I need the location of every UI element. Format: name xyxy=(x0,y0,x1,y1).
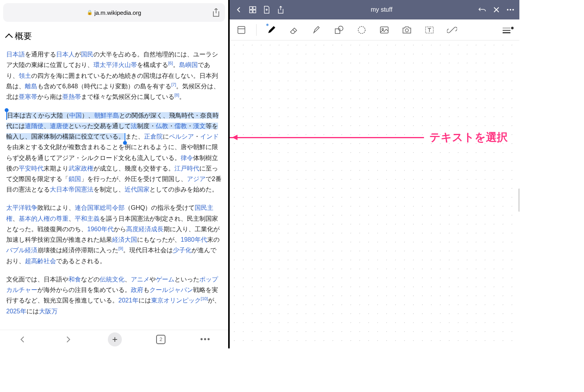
more-button[interactable]: ••• xyxy=(200,334,211,345)
lasso-tool[interactable] xyxy=(354,22,369,38)
paragraph-3[interactable]: 太平洋戦争敗戦により、連合国軍総司令部（GHQ）の指示を受けて国民主権、基本的人… xyxy=(6,202,222,266)
paragraph-2[interactable]: 日本は古くから大陸（中国）、朝鮮半島との関係が深く、飛鳥時代・奈良時代には遣隋使… xyxy=(6,110,222,195)
svg-rect-0 xyxy=(250,7,252,9)
export-icon[interactable] xyxy=(276,5,285,14)
svg-rect-2 xyxy=(250,10,252,13)
scrollbar[interactable] xyxy=(519,188,519,212)
paragraph-4[interactable]: 文化面では、日本語や和食などの伝統文化、アニメやゲームといったポップカルチャーが… xyxy=(6,274,222,316)
back-button[interactable] xyxy=(17,334,28,345)
svg-point-4 xyxy=(507,9,508,11)
selection-handle-start[interactable] xyxy=(6,112,7,120)
notes-toolbar: ✱ xyxy=(230,19,519,40)
notes-pane: my stuff ✱ テキストを選択 xyxy=(230,0,519,348)
image-tool[interactable] xyxy=(376,22,392,38)
svg-rect-7 xyxy=(238,26,245,33)
grid-icon[interactable] xyxy=(248,5,257,14)
link-tool[interactable] xyxy=(444,22,460,38)
stroke-settings[interactable] xyxy=(500,22,515,38)
address-bar[interactable]: 🔒 ja.m.wikipedia.org xyxy=(3,3,225,22)
paragraph-1[interactable]: 日本語を通用する日本人が国民の大半を占める。自然地理的には、ユーラシア大陸の東縁… xyxy=(6,49,222,102)
article-content[interactable]: 概要 日本語を通用する日本人が国民の大半を占める。自然地理的には、ユーラシア大陸… xyxy=(0,25,228,330)
lock-icon: 🔒 xyxy=(87,10,93,15)
new-tab-button[interactable]: + xyxy=(108,332,122,346)
back-icon[interactable] xyxy=(234,5,243,14)
svg-rect-1 xyxy=(253,7,256,9)
svg-point-6 xyxy=(512,9,514,11)
eraser-tool[interactable] xyxy=(286,22,302,38)
svg-point-13 xyxy=(405,29,408,32)
add-page-icon[interactable] xyxy=(262,5,271,14)
svg-point-5 xyxy=(510,9,511,11)
undo-icon[interactable] xyxy=(478,5,487,14)
close-icon[interactable] xyxy=(492,5,501,14)
svg-point-9 xyxy=(338,26,343,31)
svg-point-18 xyxy=(511,27,514,29)
more-icon[interactable] xyxy=(506,5,515,14)
arrow-icon xyxy=(230,137,424,138)
annotation-text: テキストを選択 xyxy=(429,130,508,145)
text-tool[interactable] xyxy=(422,22,437,38)
note-canvas[interactable]: テキストを選択 xyxy=(230,40,519,348)
svg-rect-8 xyxy=(335,29,340,33)
bluetooth-icon: ✱ xyxy=(266,23,269,27)
svg-rect-3 xyxy=(253,10,256,13)
pen-tool[interactable]: ✱ xyxy=(264,22,279,38)
section-header[interactable]: 概要 xyxy=(6,30,222,42)
annotation-overlay: テキストを選択 xyxy=(230,130,508,145)
svg-point-12 xyxy=(382,28,383,30)
forward-button[interactable] xyxy=(63,334,74,345)
share-icon[interactable] xyxy=(213,8,220,17)
browser-toolbar: + 2 ••• xyxy=(0,330,228,348)
camera-tool[interactable] xyxy=(399,22,415,38)
highlighter-tool[interactable] xyxy=(309,22,324,38)
svg-point-10 xyxy=(358,26,365,33)
section-title: 概要 xyxy=(15,30,32,42)
chevron-up-icon xyxy=(5,33,13,41)
safari-pane: 🔒 ja.m.wikipedia.org 概要 日本語を通用する日本人が国民の大… xyxy=(0,0,230,348)
tabs-button[interactable]: 2 xyxy=(156,335,165,344)
readonly-tool[interactable] xyxy=(234,22,249,38)
url-text: ja.m.wikipedia.org xyxy=(94,9,141,16)
notes-topbar: my stuff xyxy=(230,0,519,19)
selection-handle-end[interactable] xyxy=(125,133,125,141)
shape-tool[interactable] xyxy=(331,22,347,38)
document-title: my stuff xyxy=(290,6,473,13)
